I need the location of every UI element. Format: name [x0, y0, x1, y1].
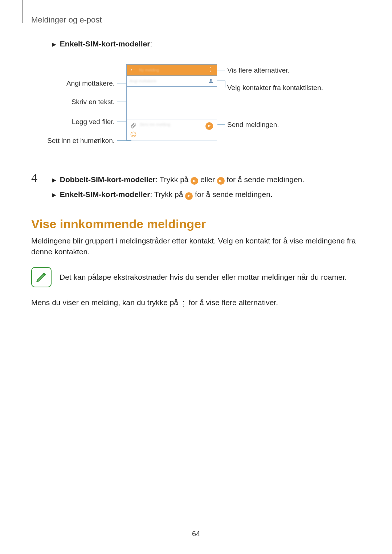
- send-icon: [205, 122, 213, 130]
- step4-line1: ▶ Dobbelt-SIM-kort-modeller: Trykk på el…: [52, 173, 365, 186]
- overflow-icon: ⋮: [208, 66, 214, 73]
- final-paragraph: Mens du viser en melding, kan du trykke …: [31, 298, 365, 308]
- note-text: Det kan påløpe ekstrakostnader hvis du s…: [60, 273, 347, 282]
- send-sim2-icon: [217, 177, 225, 185]
- message-body: [127, 86, 217, 119]
- compose-toolbar: Skriv inn melding: [127, 119, 217, 140]
- smiley-icon: [130, 131, 137, 138]
- page-number: 64: [0, 530, 392, 538]
- step4-line2: ▶ Enkelt-SIM-kort-modeller: Trykk på for…: [52, 188, 365, 201]
- back-icon: ←: [130, 66, 136, 74]
- label-send: Send meldingen.: [227, 121, 279, 129]
- paperclip-icon: [130, 122, 137, 129]
- app-titlebar: ← Ny melding ⋮: [127, 65, 217, 75]
- label-attach: Legg ved filer.: [31, 118, 115, 126]
- label-emoji: Sett inn et humørikon.: [31, 137, 115, 145]
- send-icon-inline: [185, 192, 193, 200]
- bullet-single-sim: ▶ Enkelt-SIM-kort-modeller:: [52, 38, 365, 50]
- triangle-icon: ▶: [52, 41, 56, 48]
- recipient-row: Angi mottakere: [127, 75, 217, 86]
- screenshot-diagram: Angi mottakere. Skriv en tekst. Legg ved…: [31, 64, 365, 159]
- step-4: 4 ▶ Dobbelt-SIM-kort-modeller: Trykk på …: [31, 173, 365, 201]
- contacts-icon: [208, 78, 214, 84]
- label-write-text: Skriv en tekst.: [31, 98, 115, 106]
- svg-point-2: [134, 134, 135, 134]
- label-contacts: Velg kontakter fra kontaktlisten.: [227, 84, 323, 92]
- note-block: Det kan påløpe ekstrakostnader hvis du s…: [31, 267, 365, 287]
- label-recipients: Angi mottakere.: [31, 79, 115, 87]
- step-number: 4: [31, 171, 37, 185]
- triangle-icon: ▶: [52, 191, 56, 200]
- triangle-icon: ▶: [52, 176, 56, 185]
- overflow-icon-inline: ⋮: [181, 300, 185, 308]
- screen-title-blur: Ny melding: [139, 68, 208, 72]
- note-pencil-icon: [31, 267, 52, 287]
- left-margin-rule: [23, 0, 23, 23]
- page-header: Meldinger og e-post: [31, 15, 102, 25]
- phone-screen: ← Ny melding ⋮ Angi mottakere Skriv inn …: [126, 64, 217, 140]
- svg-point-1: [132, 134, 133, 134]
- label-more-options: Vis flere alternativer.: [227, 66, 290, 74]
- send-sim1-icon: [191, 177, 198, 185]
- section-paragraph: Meldingene blir gruppert i meldingstråde…: [31, 235, 365, 258]
- section-heading: Vise innkommende meldinger: [31, 217, 365, 231]
- svg-point-0: [131, 132, 136, 137]
